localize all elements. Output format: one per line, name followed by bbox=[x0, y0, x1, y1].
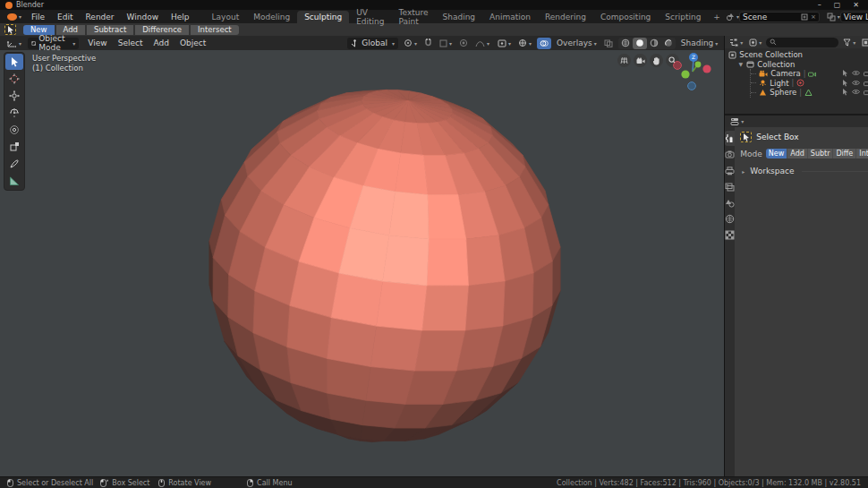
mode-intersect-button[interactable]: Inter bbox=[856, 149, 868, 158]
scene-name[interactable]: Scene bbox=[743, 13, 798, 21]
shading-rendered-button[interactable] bbox=[661, 38, 676, 49]
shading-material-button[interactable] bbox=[647, 38, 661, 49]
menu-edit[interactable]: Edit bbox=[51, 13, 79, 21]
show-overlays-toggle[interactable] bbox=[537, 38, 551, 49]
select-mode-new-button[interactable]: New bbox=[23, 25, 55, 35]
tool-select-box[interactable] bbox=[5, 54, 23, 70]
snap-toggle-button[interactable] bbox=[422, 39, 434, 47]
outliner-item-label[interactable]: Camera bbox=[770, 69, 800, 78]
menu-render[interactable]: Render bbox=[80, 13, 121, 21]
overlays-dropdown[interactable]: Overlays ▾ bbox=[555, 39, 599, 47]
tab-modeling[interactable]: Modeling bbox=[246, 11, 297, 23]
tab-animation[interactable]: Animation bbox=[482, 11, 538, 23]
viewport-menu-view[interactable]: View bbox=[83, 39, 111, 47]
outliner-row-camera[interactable]: Camera | bbox=[751, 69, 868, 79]
shading-wireframe-button[interactable] bbox=[618, 38, 633, 49]
minimize-button[interactable]: – bbox=[818, 1, 821, 9]
tab-scene-properties[interactable] bbox=[725, 195, 735, 210]
render-visibility-icon[interactable] bbox=[864, 89, 868, 96]
active-tool-indicator[interactable] bbox=[4, 24, 16, 35]
render-visibility-icon[interactable] bbox=[864, 70, 868, 77]
workspace-section-header[interactable]: ▸ Workspace bbox=[740, 167, 868, 176]
gizmo-x-axis[interactable] bbox=[702, 64, 711, 73]
selectable-icon[interactable] bbox=[842, 89, 848, 96]
tool-cursor[interactable] bbox=[5, 71, 23, 87]
outliner-search-input[interactable] bbox=[766, 38, 838, 47]
mode-difference-button[interactable]: Diffe bbox=[833, 149, 856, 158]
axis-gizmo[interactable]: Z bbox=[671, 50, 714, 93]
outliner-item-label[interactable]: Light bbox=[770, 79, 788, 88]
tab-texture-properties[interactable] bbox=[725, 227, 735, 243]
object-type-visibility-button[interactable]: ▾ bbox=[496, 39, 513, 47]
proportional-falloff-button[interactable]: ▾ bbox=[473, 39, 491, 47]
view-layer-selector[interactable]: ▾ View Layer × bbox=[827, 12, 868, 22]
tab-world-properties[interactable] bbox=[725, 211, 735, 227]
outliner-filter-button[interactable]: ▾ bbox=[841, 39, 857, 47]
mode-subtract-button[interactable]: Subtr bbox=[808, 149, 834, 158]
snap-settings-button[interactable]: ▾ bbox=[438, 39, 454, 47]
tab-compositing[interactable]: Compositing bbox=[593, 11, 658, 23]
select-mode-difference-button[interactable]: Difference bbox=[135, 25, 189, 35]
viewport-menu-select[interactable]: Select bbox=[114, 39, 148, 47]
tab-scripting[interactable]: Scripting bbox=[658, 11, 708, 23]
tab-render-properties[interactable] bbox=[725, 147, 735, 162]
outliner-item-label[interactable]: Collection bbox=[757, 60, 795, 69]
menu-file[interactable]: File bbox=[25, 13, 51, 21]
outliner-row-collection[interactable]: ▼ Collection bbox=[728, 60, 868, 70]
tool-measure[interactable] bbox=[5, 173, 23, 189]
sphere-canvas[interactable] bbox=[0, 50, 718, 476]
tab-tool-properties[interactable] bbox=[725, 131, 735, 146]
tab-shading[interactable]: Shading bbox=[435, 11, 482, 23]
selectable-icon[interactable] bbox=[842, 70, 848, 77]
tool-transform[interactable] bbox=[5, 139, 23, 155]
select-mode-intersect-button[interactable]: Intersect bbox=[191, 25, 239, 35]
move-view-button[interactable] bbox=[650, 54, 663, 67]
editor-type-button[interactable]: ▾ bbox=[4, 39, 23, 48]
selectable-icon[interactable] bbox=[842, 80, 848, 87]
scene-selector[interactable]: ▾ Scene × bbox=[726, 12, 820, 22]
close-button[interactable]: ✕ bbox=[853, 1, 859, 9]
proportional-editing-button[interactable] bbox=[457, 39, 470, 47]
select-mode-add-button[interactable]: Add bbox=[56, 25, 85, 35]
gizmo-x-neg-axis[interactable] bbox=[674, 62, 682, 70]
gizmo-z-neg-axis[interactable] bbox=[688, 82, 696, 90]
perspective-toggle-button[interactable] bbox=[617, 54, 631, 67]
new-collection-button[interactable] bbox=[860, 39, 868, 47]
collapse-triangle-icon[interactable]: ▼ bbox=[737, 61, 744, 67]
tab-uv-editing[interactable]: UV Editing bbox=[349, 11, 391, 23]
tool-move[interactable] bbox=[5, 88, 23, 104]
gizmos-button[interactable]: ▾ bbox=[516, 39, 533, 47]
tool-scale[interactable] bbox=[5, 122, 23, 138]
viewport-menu-add[interactable]: Add bbox=[149, 39, 173, 47]
active-tool-chip[interactable] bbox=[740, 132, 752, 142]
outliner-display-mode-button[interactable]: ▾ bbox=[747, 39, 763, 47]
hide-eye-icon[interactable] bbox=[852, 89, 860, 95]
hide-eye-icon[interactable] bbox=[852, 80, 860, 86]
unlink-scene-icon[interactable]: × bbox=[811, 13, 816, 21]
view-layer-name[interactable]: View Layer bbox=[844, 13, 868, 21]
mode-selector[interactable]: Object Mode ▾ bbox=[28, 38, 79, 49]
outliner-row-scene-collection[interactable]: Scene Collection bbox=[728, 50, 868, 60]
transform-orientation-selector[interactable]: Global ▾ bbox=[347, 38, 398, 49]
outliner-editor-type-button[interactable]: ▾ bbox=[728, 39, 745, 47]
tab-sculpting[interactable]: Sculpting bbox=[297, 11, 349, 23]
viewport-canvas[interactable]: User Perspective (1) Collection bbox=[0, 50, 724, 476]
maximize-button[interactable]: ▢ bbox=[834, 1, 841, 9]
camera-view-button[interactable] bbox=[634, 54, 647, 67]
shading-solid-button[interactable] bbox=[633, 38, 647, 49]
pivot-point-button[interactable]: ▾ bbox=[402, 39, 419, 47]
outliner-row-light[interactable]: Light | bbox=[751, 79, 868, 89]
render-visibility-icon[interactable] bbox=[864, 80, 868, 87]
tab-texture-paint[interactable]: Texture Paint bbox=[392, 11, 436, 23]
mode-new-button[interactable]: New bbox=[766, 149, 787, 158]
hide-eye-icon[interactable] bbox=[852, 70, 860, 76]
menu-window[interactable]: Window bbox=[121, 13, 166, 21]
shading-dropdown[interactable]: Shading ▾ bbox=[679, 39, 720, 47]
tool-rotate[interactable] bbox=[5, 105, 23, 121]
gizmo-y-axis[interactable] bbox=[695, 62, 702, 68]
tab-output-properties[interactable] bbox=[725, 163, 735, 178]
app-menu-button[interactable]: ▾ bbox=[4, 13, 25, 21]
tab-rendering[interactable]: Rendering bbox=[538, 11, 593, 23]
tool-annotate[interactable] bbox=[5, 156, 23, 172]
outliner-item-label[interactable]: Sphere bbox=[770, 88, 796, 97]
